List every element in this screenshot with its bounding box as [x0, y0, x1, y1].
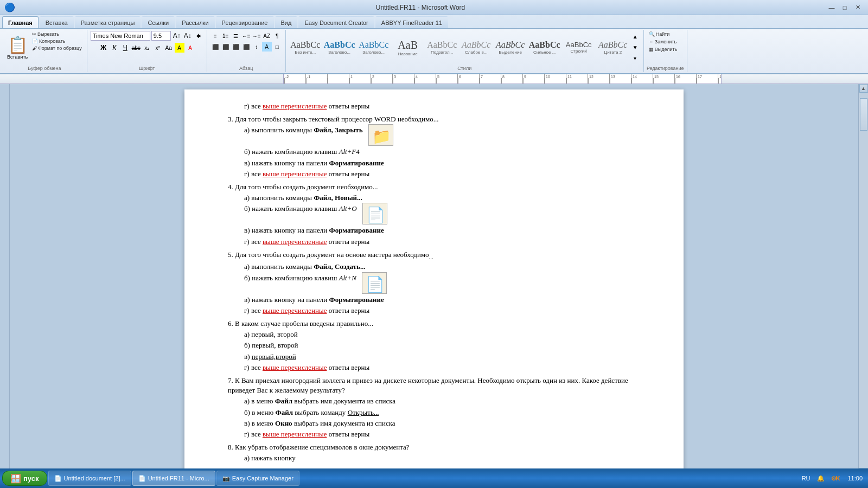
file-image-q4: 📄: [362, 203, 387, 224]
q2-d: г) все выше перечисленные ответы верны: [244, 101, 640, 111]
font-shrink-button[interactable]: A↓: [183, 31, 193, 41]
q3-a: а) выполнить команды Файл, Закрыть 📁: [244, 125, 640, 146]
taskbar-item-1-label: Untitled document [2]...: [64, 475, 125, 481]
scroll-thumb[interactable]: [860, 98, 867, 131]
tab-abbyy[interactable]: ABBYY FineReader 11: [375, 16, 448, 28]
ribbon-content: 📋 Вставить ✂ Вырезать 📄 Копировать 🖌 Фор…: [0, 28, 868, 73]
font-size-input[interactable]: [151, 31, 171, 41]
taskbar-item-2[interactable]: 📄 Untitled.FR11 - Micro...: [132, 471, 215, 486]
style-quote2[interactable]: AaBbCc Цитата 2: [597, 31, 629, 63]
vertical-scrollbar[interactable]: ▲ ▼: [858, 84, 868, 477]
q6-a: а) первый, второй: [244, 330, 640, 339]
font-color-button[interactable]: A: [186, 43, 195, 53]
paste-button[interactable]: 📋 Вставить: [5, 31, 29, 63]
underline-button[interactable]: Ч: [120, 43, 130, 53]
font-name-input[interactable]: [91, 31, 150, 41]
style-heading2[interactable]: AaBbCc Заголово...: [358, 31, 390, 63]
style-emphasis[interactable]: AaBbCc Выделение: [494, 31, 527, 63]
ribbon: Главная Вставка Разметка страницы Ссылки…: [0, 15, 868, 74]
tab-page-layout[interactable]: Разметка страницы: [75, 16, 141, 28]
sort-button[interactable]: AZ: [262, 31, 272, 41]
q4-a: а) выполнить команды Файл, Новый...: [244, 193, 640, 203]
text-above-listed: выше перечисленные: [263, 102, 327, 110]
q5-b: б) нажать комбинацию клавиш Alt+N 📄: [244, 273, 640, 294]
word-icon: 🔵: [4, 2, 15, 12]
q7-header: 7. К Вам приехал иногородний коллега и п…: [228, 376, 640, 395]
styles-more-button[interactable]: ▾: [630, 53, 640, 63]
decrease-indent-button[interactable]: ←≡: [241, 31, 251, 41]
subscript-button[interactable]: x₂: [142, 43, 152, 53]
border-button[interactable]: □: [272, 42, 282, 52]
text-effect-button[interactable]: Aa: [164, 43, 174, 53]
shading-button[interactable]: A: [262, 42, 272, 52]
scroll-up-button[interactable]: ▲: [859, 84, 868, 93]
replace-button[interactable]: ↔ Заменить: [647, 38, 678, 45]
style-title[interactable]: AaB Название: [392, 31, 424, 63]
tab-references[interactable]: Ссылки: [142, 16, 175, 28]
styles-scroll: ▲ ▼ ▾: [630, 31, 640, 63]
style-subtle-emphasis[interactable]: AaBbCc Слабое в...: [460, 31, 493, 63]
style-subtitle[interactable]: AaBbCc Подзагол...: [426, 31, 458, 63]
text-above-listed-q6: выше перечисленные: [263, 363, 327, 371]
italic-button[interactable]: К: [110, 43, 119, 53]
tab-review[interactable]: Рецензирование: [216, 16, 274, 28]
align-left-button[interactable]: ⬛: [210, 42, 220, 52]
taskbar-item-3[interactable]: 📷 Easy Capture Manager: [216, 471, 299, 486]
title-text: Untitled.FR11 - Microsoft Word: [376, 4, 465, 11]
q4-header: 4. Для того чтобы создать документ необх…: [228, 182, 640, 192]
file-icon-q5: 📄: [366, 274, 385, 294]
strikethrough-button[interactable]: abc: [131, 43, 141, 53]
align-right-button[interactable]: ⬛: [231, 42, 241, 52]
document-area[interactable]: г) все выше перечисленные ответы верны 3…: [10, 84, 858, 477]
style-heading1[interactable]: AaBbCc Заголово...: [323, 31, 356, 63]
maximize-button[interactable]: □: [839, 3, 851, 12]
taskbar-item-3-label: Easy Capture Manager: [232, 475, 293, 481]
close-button[interactable]: ✕: [852, 3, 864, 12]
replace-icon: ↔: [649, 39, 654, 44]
tab-home[interactable]: Главная: [2, 16, 39, 28]
numbered-list-button[interactable]: 1≡: [221, 31, 231, 41]
find-icon: 🔍: [649, 31, 655, 37]
superscript-button[interactable]: x²: [153, 43, 163, 53]
font-group: A↑ A↓ ✱ Ж К Ч abc x₂ x² Aa A A Шрифт: [87, 30, 207, 72]
tab-view[interactable]: Вид: [275, 16, 298, 28]
folder-image: 📁: [368, 124, 393, 146]
tray-lang[interactable]: RU: [800, 475, 813, 481]
copy-button[interactable]: 📄 Копировать: [30, 38, 84, 44]
multilevel-list-button[interactable]: ☰: [231, 31, 241, 41]
font-grow-button[interactable]: A↑: [172, 31, 182, 41]
show-marks-button[interactable]: ¶: [272, 31, 282, 41]
format-painter-button[interactable]: 🖌 Формат по образцу: [30, 45, 84, 52]
start-button[interactable]: 🪟 пуск: [2, 471, 47, 486]
taskbar-item-2-icon: 📄: [138, 475, 146, 482]
styles-down-button[interactable]: ▼: [630, 42, 640, 52]
clear-format-button[interactable]: ✱: [194, 31, 203, 41]
tray-ok-icon[interactable]: ⊙K: [829, 475, 843, 482]
scroll-track[interactable]: [859, 93, 868, 468]
style-strong[interactable]: AaBbCc Сильное ...: [528, 31, 561, 63]
select-button[interactable]: ▦ Выделить: [647, 46, 679, 53]
minimize-button[interactable]: —: [826, 3, 838, 12]
line-spacing-button[interactable]: ↕: [252, 42, 261, 52]
tray-icon-1[interactable]: 🔔: [815, 475, 827, 482]
align-justify-button[interactable]: ⬛: [241, 42, 251, 52]
q3-b: б) нажать комбинацию клавиш Alt+F4: [244, 147, 640, 157]
style-strict[interactable]: AaBbCc Строгий: [563, 31, 595, 63]
tab-insert[interactable]: Вставка: [40, 16, 74, 28]
find-button[interactable]: 🔍 Найти: [647, 31, 672, 37]
tab-mailings[interactable]: Рассылки: [176, 16, 214, 28]
bullet-list-button[interactable]: ≡: [210, 31, 220, 41]
cut-button[interactable]: ✂ Вырезать: [30, 31, 84, 37]
q3-d: г) все выше перечисленные ответы верны: [244, 169, 640, 179]
highlight-button[interactable]: A: [175, 43, 184, 53]
taskbar-item-1[interactable]: 📄 Untitled document [2]...: [48, 471, 131, 486]
q7-b-open: Открыть...: [348, 408, 379, 416]
align-center-button[interactable]: ⬛: [221, 42, 231, 52]
q5-d: г) все выше перечисленные ответы верны: [244, 306, 640, 316]
tab-easy-doc[interactable]: Easy Document Creator: [298, 16, 374, 28]
style-normal[interactable]: AaBbCc Без инте...: [289, 31, 322, 63]
styles-up-button[interactable]: ▲: [630, 31, 640, 41]
text-above-listed-q5: выше перечисленные: [263, 306, 327, 314]
bold-button[interactable]: Ж: [99, 43, 108, 53]
increase-indent-button[interactable]: →≡: [252, 31, 261, 41]
